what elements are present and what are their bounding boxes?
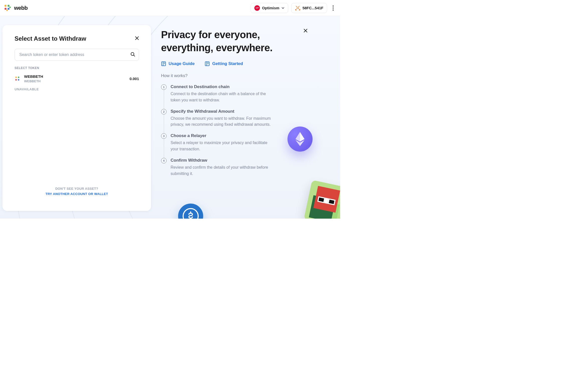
close-icon [304, 29, 308, 33]
step-description: Choose the amount you want to withdraw. … [171, 115, 271, 128]
token-balance: 0.001 [129, 77, 139, 81]
book-icon [205, 61, 210, 66]
step-4: 4 Confirm Withdraw Review and confirm th… [161, 158, 271, 177]
wallet-address: 58FC...541F [303, 6, 323, 10]
svg-marker-9 [295, 9, 297, 10]
how-it-works-label: How it works? [161, 73, 330, 78]
hero-title: Privacy for everyone, everything, everyw… [161, 28, 291, 54]
step-number: 4 [161, 158, 167, 163]
svg-point-16 [18, 77, 19, 78]
svg-point-2 [5, 8, 7, 10]
svg-point-15 [15, 77, 17, 78]
svg-marker-13 [298, 9, 299, 10]
search-input[interactable] [15, 49, 139, 61]
getting-started-link[interactable]: Getting Started [205, 61, 243, 66]
guide-links: Usage Guide Getting Started [161, 61, 330, 66]
search-field [15, 49, 139, 61]
step-2: 2 Specify the Withdrawal Amount Choose t… [161, 109, 271, 128]
wallet-button[interactable]: 58FC...541F [291, 3, 327, 13]
info-section: Privacy for everyone, everything, everyw… [151, 16, 340, 219]
brand: webb [4, 4, 28, 12]
svg-point-1 [8, 5, 10, 7]
svg-marker-10 [296, 7, 298, 9]
step-description: Connect to the destination chain with a … [171, 91, 271, 103]
header-actions: OP Optimism 58FC...541F [251, 3, 336, 13]
step-title: Choose a Relayer [171, 133, 271, 138]
usage-guide-label: Usage Guide [169, 61, 195, 66]
try-another-wallet-link[interactable]: TRY ANOTHER ACCOUNT OR WALLET [15, 192, 139, 196]
brand-name: webb [14, 5, 28, 11]
svg-point-0 [5, 5, 7, 7]
step-title: Specify the Withdrawal Amount [171, 109, 271, 114]
app-header: webb OP Optimism 58FC...541F [0, 0, 340, 16]
step-1: 1 Connect to Destination chain Connect t… [161, 84, 271, 103]
webb-logo-icon [4, 4, 12, 12]
panel-title: Select Asset to Withdraw [15, 35, 86, 42]
svg-rect-23 [205, 62, 209, 66]
svg-point-14 [131, 52, 134, 55]
book-icon [161, 61, 166, 66]
svg-marker-12 [297, 9, 298, 10]
svg-point-18 [18, 79, 19, 81]
close-info-button[interactable] [304, 29, 308, 34]
token-row-webbeth[interactable]: WEBBETH WEBBETH 0.001 [15, 73, 139, 87]
step-title: Confirm Withdraw [171, 158, 271, 163]
panel-header: Select Asset to Withdraw [15, 35, 139, 42]
step-description: Select a relayer to maximize your privac… [171, 140, 271, 152]
svg-marker-6 [298, 6, 300, 7]
usage-guide-link[interactable]: Usage Guide [161, 61, 195, 66]
step-number: 1 [161, 84, 167, 90]
main-content: Select Asset to Withdraw SELECT TOKEN [0, 16, 340, 219]
webbeth-token-icon [15, 76, 21, 82]
svg-point-17 [15, 79, 17, 81]
step-number: 2 [161, 109, 167, 114]
panel-footer: DON'T SEE YOUR ASSET? TRY ANOTHER ACCOUN… [15, 187, 139, 203]
step-number: 3 [161, 133, 167, 139]
select-asset-panel: Select Asset to Withdraw SELECT TOKEN [3, 25, 151, 211]
network-selector[interactable]: OP Optimism [251, 3, 288, 13]
step-3: 3 Choose a Relayer Select a relayer to m… [161, 133, 271, 152]
unavailable-label: UNAVAILABLE [15, 87, 139, 91]
optimism-icon: OP [254, 5, 260, 11]
svg-marker-7 [295, 6, 297, 7]
search-icon [130, 52, 135, 57]
steps-list: 1 Connect to Destination chain Connect t… [161, 84, 271, 177]
step-title: Connect to Destination chain [171, 84, 271, 89]
svg-rect-19 [162, 62, 166, 66]
more-menu-button[interactable] [330, 4, 336, 13]
chevron-down-icon [281, 7, 284, 10]
getting-started-label: Getting Started [212, 61, 243, 66]
select-token-label: SELECT TOKEN [15, 66, 139, 70]
step-description: Review and confirm the details of your w… [171, 164, 271, 177]
metamask-icon [295, 5, 301, 11]
svg-point-3 [8, 8, 10, 10]
token-name: WEBBETH [24, 74, 43, 79]
network-name: Optimism [262, 6, 279, 10]
close-panel-button[interactable] [135, 36, 139, 41]
svg-point-4 [9, 7, 11, 8]
token-symbol: WEBBETH [24, 79, 43, 83]
svg-point-5 [6, 10, 8, 11]
svg-marker-8 [299, 9, 300, 10]
close-icon [135, 36, 139, 40]
svg-marker-11 [298, 7, 299, 9]
footer-question: DON'T SEE YOUR ASSET? [15, 187, 139, 191]
